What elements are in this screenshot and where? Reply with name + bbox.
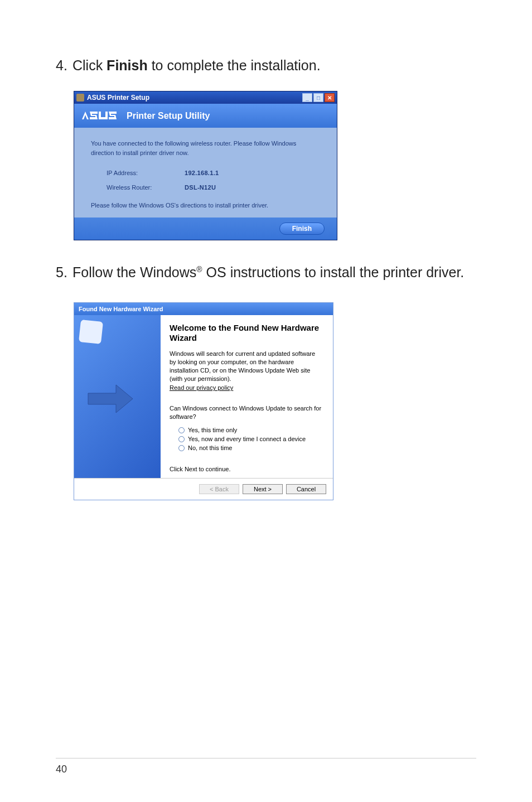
- radio-yes-always[interactable]: Yes, now and every time I connect a devi…: [178, 436, 322, 442]
- ip-address-value: 192.168.1.1: [185, 170, 219, 176]
- step-4-text-post: to complete the installation.: [148, 57, 321, 73]
- ip-address-label: IP Address:: [107, 170, 185, 176]
- radio-label-2: Yes, now and every time I connect a devi…: [188, 436, 306, 442]
- dialog1-title: ASUS Printer Setup: [87, 94, 302, 102]
- wizard-heading: Welcome to the Found New Hardware Wizard: [170, 323, 322, 343]
- cancel-button[interactable]: Cancel: [286, 484, 326, 494]
- maximize-button[interactable]: □: [313, 93, 323, 102]
- wizard-sidebar-image: [74, 315, 161, 478]
- wizard-question: Can Windows connect to Windows Update to…: [170, 404, 322, 421]
- radio-label-3: No, not this time: [188, 445, 232, 451]
- step-5-text-pre: Follow the Windows: [72, 264, 196, 280]
- wizard-paragraph-1: Windows will search for current and upda…: [170, 350, 322, 383]
- banner-title: Printer Setup Utility: [127, 111, 210, 121]
- step-4-number: 4.: [56, 56, 72, 75]
- radio-icon: [178, 427, 185, 433]
- privacy-policy-link[interactable]: Read our privacy policy: [170, 384, 233, 391]
- page-number: 40: [56, 764, 67, 775]
- dialog1-banner: Printer Setup Utility: [74, 104, 337, 128]
- wizard-continue-text: Click Next to continue.: [170, 466, 322, 472]
- dialog1-note: Please follow the Windows OS's direction…: [91, 202, 320, 209]
- next-button[interactable]: Next >: [243, 484, 283, 494]
- wireless-router-label: Wireless Router:: [107, 184, 185, 191]
- minimize-button[interactable]: _: [302, 93, 312, 102]
- dialog2-titlebar: Found New Hardware Wizard: [74, 303, 333, 315]
- step-4-text-pre: Click: [72, 57, 107, 73]
- step-5-number: 5.: [56, 263, 72, 282]
- printer-icon: [76, 94, 84, 102]
- radio-label-1: Yes, this time only: [188, 427, 237, 433]
- dialog1-titlebar: ASUS Printer Setup _ □ ✕: [74, 91, 337, 104]
- wireless-router-value: DSL-N12U: [185, 184, 216, 191]
- printer-setup-dialog: ASUS Printer Setup _ □ ✕ Printer Setup U…: [74, 91, 337, 240]
- radio-yes-once[interactable]: Yes, this time only: [178, 427, 322, 433]
- step-4-instruction: 4.Click Finish to complete the installat…: [56, 56, 476, 75]
- finish-button[interactable]: Finish: [279, 223, 325, 235]
- radio-no[interactable]: No, not this time: [178, 445, 322, 451]
- step-5-instruction: 5.Follow the Windows® OS instructions to…: [56, 263, 476, 282]
- step-4-bold: Finish: [107, 57, 148, 73]
- hardware-wizard-dialog: Found New Hardware Wizard Welcome to the…: [74, 302, 333, 500]
- dialog1-message: You have connected to the following wire…: [91, 139, 320, 157]
- step-5-text-post: OS instructions to install the printer d…: [202, 264, 465, 280]
- back-button: < Back: [199, 484, 239, 494]
- footer-rule: [56, 758, 476, 758]
- close-button[interactable]: ✕: [325, 93, 335, 102]
- radio-icon: [178, 436, 185, 442]
- dialog2-title: Found New Hardware Wizard: [79, 306, 163, 312]
- registered-symbol: ®: [196, 265, 202, 274]
- asus-logo: [81, 109, 123, 123]
- radio-icon: [178, 445, 185, 451]
